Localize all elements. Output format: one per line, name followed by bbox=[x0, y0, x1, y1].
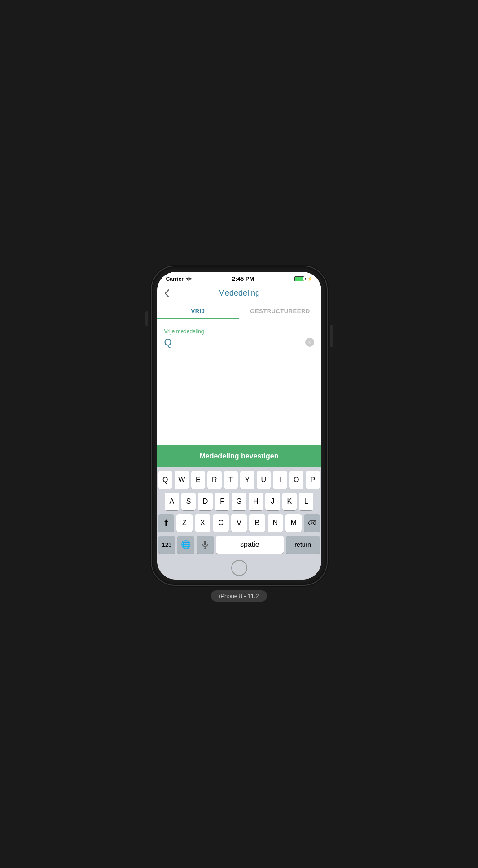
status-left: Carrier bbox=[166, 276, 192, 282]
key-u[interactable]: U bbox=[257, 471, 271, 489]
numbers-key[interactable]: 123 bbox=[158, 536, 175, 554]
status-time: 2:45 PM bbox=[232, 275, 254, 282]
app-content: Mededeling VRIJ GESTRUCTUREERD Vrije med… bbox=[157, 284, 321, 580]
keyboard-row-3: ⬆ Z X C V B N M ⌫ bbox=[158, 514, 320, 532]
key-v[interactable]: V bbox=[231, 514, 247, 532]
key-z[interactable]: Z bbox=[176, 514, 193, 532]
return-key[interactable]: return bbox=[286, 536, 320, 554]
confirm-button[interactable]: Mededeling bevestigen bbox=[157, 445, 321, 467]
svg-point-0 bbox=[188, 280, 189, 281]
key-i[interactable]: I bbox=[273, 471, 287, 489]
keyboard-row-4: 123 🌐 spatie return bbox=[158, 536, 320, 554]
carrier-text: Carrier bbox=[166, 276, 184, 282]
key-t[interactable]: T bbox=[224, 471, 238, 489]
key-a[interactable]: A bbox=[165, 493, 179, 510]
device-label: iPhone 8 - 11.2 bbox=[211, 590, 267, 602]
clear-button[interactable]: × bbox=[305, 338, 314, 347]
wifi-icon bbox=[185, 276, 192, 281]
shift-key[interactable]: ⬆ bbox=[158, 514, 174, 532]
key-n[interactable]: N bbox=[268, 514, 284, 532]
svg-rect-1 bbox=[204, 541, 206, 545]
tab-vrij[interactable]: VRIJ bbox=[157, 303, 239, 319]
key-p[interactable]: P bbox=[306, 471, 320, 489]
key-f[interactable]: F bbox=[215, 493, 229, 510]
key-c[interactable]: C bbox=[213, 514, 229, 532]
form-area: Vrije mededeling × bbox=[157, 319, 321, 445]
key-b[interactable]: B bbox=[249, 514, 265, 532]
tabs-container: VRIJ GESTRUCTUREERD bbox=[157, 303, 321, 319]
key-g[interactable]: G bbox=[232, 493, 246, 510]
backspace-key[interactable]: ⌫ bbox=[304, 514, 320, 532]
key-h[interactable]: H bbox=[249, 493, 263, 510]
key-o[interactable]: O bbox=[289, 471, 304, 489]
key-x[interactable]: X bbox=[195, 514, 211, 532]
field-label: Vrije mededeling bbox=[164, 328, 314, 335]
home-button[interactable] bbox=[231, 560, 247, 576]
key-s[interactable]: S bbox=[181, 493, 196, 510]
key-w[interactable]: W bbox=[175, 471, 189, 489]
key-j[interactable]: J bbox=[265, 493, 280, 510]
globe-key[interactable]: 🌐 bbox=[177, 536, 194, 554]
space-key[interactable]: spatie bbox=[216, 536, 284, 554]
status-bar: Carrier 2:45 PM ⚡ bbox=[157, 272, 321, 284]
key-l[interactable]: L bbox=[299, 493, 313, 510]
device-model-text: iPhone 8 - 11.2 bbox=[211, 590, 267, 602]
key-e[interactable]: E bbox=[191, 471, 206, 489]
battery-icon bbox=[294, 276, 306, 281]
phone-frame: Carrier 2:45 PM ⚡ bbox=[152, 266, 327, 585]
vrije-mededeling-input[interactable] bbox=[164, 336, 305, 348]
keyboard-row-2: A S D F G H J K L bbox=[158, 493, 320, 510]
key-q[interactable]: Q bbox=[158, 471, 173, 489]
home-indicator-area bbox=[158, 557, 320, 578]
key-k[interactable]: K bbox=[282, 493, 297, 510]
page-title: Mededeling bbox=[218, 288, 260, 298]
phone-screen: Carrier 2:45 PM ⚡ bbox=[157, 272, 321, 580]
back-button[interactable] bbox=[164, 289, 170, 298]
key-y[interactable]: Y bbox=[240, 471, 254, 489]
key-d[interactable]: D bbox=[198, 493, 212, 510]
keyboard: Q W E R T Y U I O P A S bbox=[157, 467, 321, 580]
key-m[interactable]: M bbox=[285, 514, 302, 532]
app-header: Mededeling bbox=[157, 284, 321, 303]
key-r[interactable]: R bbox=[207, 471, 222, 489]
field-row: × bbox=[164, 336, 314, 350]
tab-gestructureerd[interactable]: GESTRUCTUREERD bbox=[239, 303, 321, 319]
keyboard-row-1: Q W E R T Y U I O P bbox=[158, 471, 320, 489]
status-right: ⚡ bbox=[294, 276, 312, 281]
lightning-icon: ⚡ bbox=[307, 276, 312, 281]
mic-key[interactable] bbox=[197, 536, 214, 554]
